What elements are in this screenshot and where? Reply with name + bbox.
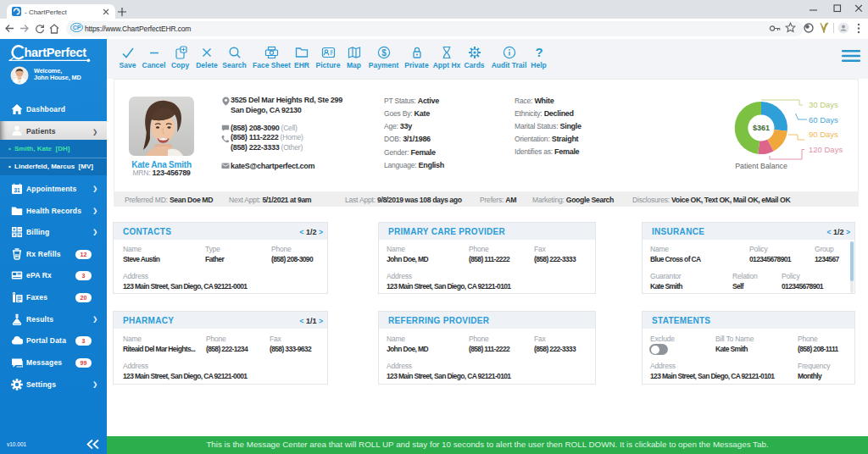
svg-text:$361: $361 xyxy=(753,124,770,132)
svg-text:90 Days: 90 Days xyxy=(809,130,838,139)
svg-text:?: ? xyxy=(535,46,542,59)
svg-text:30 Days: 30 Days xyxy=(809,100,838,109)
svg-text:$: $ xyxy=(381,48,387,58)
svg-text:31: 31 xyxy=(14,187,20,193)
svg-text:120 Days: 120 Days xyxy=(809,145,843,154)
svg-text:hartPerfect: hartPerfect xyxy=(25,46,87,59)
svg-text:CP: CP xyxy=(73,25,81,30)
svg-text:60 Days: 60 Days xyxy=(809,115,838,125)
